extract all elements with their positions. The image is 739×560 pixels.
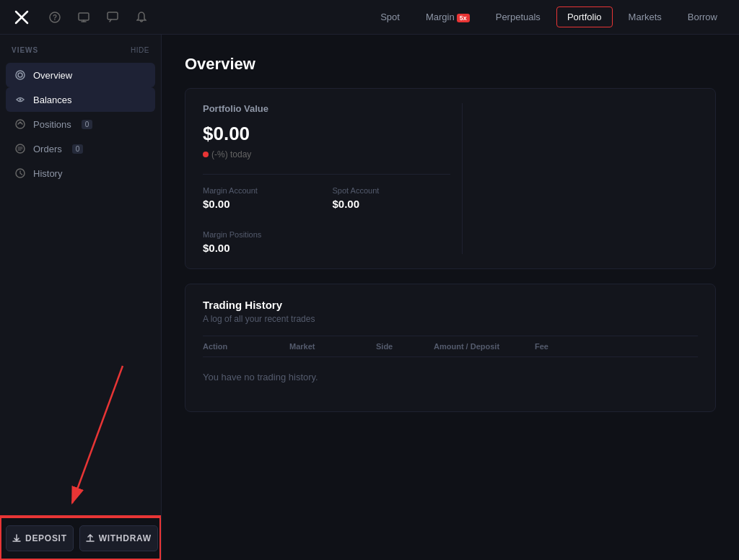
- top-nav: ? Spot Margin5x Perpetu: [0, 0, 739, 35]
- nav-portfolio[interactable]: Portfolio: [556, 6, 613, 27]
- col-market: Market: [289, 342, 376, 351]
- withdraw-button[interactable]: WITHDRAW: [79, 525, 158, 551]
- table-empty-message: You have no trading history.: [203, 357, 698, 397]
- col-amount-deposit: Amount / Deposit: [434, 342, 535, 351]
- sidebar-item-orders[interactable]: Orders 0: [6, 136, 155, 161]
- trading-history-title: Trading History: [203, 299, 698, 311]
- logo[interactable]: [12, 7, 32, 27]
- svg-point-4: [16, 71, 25, 79]
- nav-margin[interactable]: Margin5x: [416, 7, 480, 27]
- col-fee: Fee: [535, 342, 592, 351]
- main-content: Overview Portfolio Value $0.00 (-%) toda…: [162, 35, 739, 560]
- col-extra: [592, 342, 698, 351]
- portfolio-arrow: [731, 35, 732, 35]
- col-side: Side: [376, 342, 434, 351]
- bell-icon[interactable]: [133, 9, 150, 26]
- sidebar-item-balances[interactable]: Balances: [6, 87, 155, 112]
- chat-icon[interactable]: [104, 9, 121, 26]
- change-dot: [203, 152, 209, 157]
- trading-history-subtitle: A log of all your recent trades: [203, 314, 698, 324]
- sidebar-bottom: DEPOSIT WITHDRAW: [0, 515, 161, 560]
- sidebar-item-balances-label: Balances: [33, 95, 71, 105]
- overview-icon: [14, 69, 26, 81]
- sidebar-item-orders-label: Orders: [33, 144, 62, 154]
- portfolio-change: (-%) today: [203, 149, 450, 159]
- balances-icon: [14, 94, 26, 105]
- margin-account-value: $0.00: [203, 198, 321, 210]
- sidebar-item-positions[interactable]: Positions 0: [6, 112, 155, 136]
- positions-icon: [14, 118, 26, 130]
- spot-account-value: $0.00: [333, 198, 451, 210]
- margin-positions-value: $0.00: [203, 242, 321, 254]
- screen-icon[interactable]: [75, 9, 92, 26]
- sidebar-item-history-label: History: [33, 168, 62, 179]
- orders-icon: [14, 143, 26, 154]
- svg-rect-2: [79, 13, 89, 20]
- sidebar-item-positions-label: Positions: [33, 119, 71, 130]
- views-label: VIEWS: [12, 46, 38, 54]
- col-action: Action: [203, 342, 289, 351]
- hide-label[interactable]: HIDE: [131, 46, 149, 54]
- sidebar-item-history[interactable]: History: [6, 161, 155, 185]
- sidebar-header: VIEWS HIDE: [0, 38, 161, 60]
- sidebar-item-overview-label: Overview: [33, 70, 72, 81]
- help-icon[interactable]: ?: [46, 9, 64, 26]
- nav-borrow[interactable]: Borrow: [678, 7, 727, 27]
- nav-links: Spot Margin5x Perpetuals Portfolio Marke…: [370, 6, 727, 27]
- page-title: Overview: [185, 55, 716, 74]
- nav-perpetuals[interactable]: Perpetuals: [486, 7, 551, 27]
- sidebar-item-overview[interactable]: Overview: [6, 63, 155, 87]
- margin-account-label: Margin Account: [203, 186, 321, 195]
- orders-badge: 0: [72, 144, 84, 154]
- nav-spot[interactable]: Spot: [370, 7, 410, 27]
- sidebar: VIEWS HIDE Overview: [0, 35, 162, 560]
- svg-text:?: ?: [53, 14, 57, 22]
- withdraw-label: WITHDRAW: [99, 533, 152, 543]
- svg-rect-3: [108, 12, 118, 19]
- portfolio-card: Portfolio Value $0.00 (-%) today Margin …: [185, 88, 716, 269]
- svg-point-7: [16, 120, 25, 128]
- deposit-icon: [12, 534, 21, 543]
- sidebar-nav: Overview Balances: [0, 60, 161, 515]
- history-icon: [14, 167, 26, 179]
- deposit-button[interactable]: DEPOSIT: [6, 525, 74, 551]
- margin-badge: 5x: [457, 14, 470, 22]
- portfolio-label: Portfolio Value: [203, 103, 450, 114]
- nav-markets[interactable]: Markets: [618, 7, 672, 27]
- portfolio-value: $0.00: [203, 123, 450, 145]
- deposit-label: DEPOSIT: [25, 533, 67, 543]
- svg-point-6: [19, 99, 22, 101]
- nav-icons: ?: [46, 9, 150, 26]
- trading-history-card: Trading History A log of all your recent…: [185, 284, 716, 412]
- table-header: Action Market Side Amount / Deposit Fee: [203, 336, 698, 357]
- margin-positions-label: Margin Positions: [203, 230, 321, 239]
- layout: VIEWS HIDE Overview: [0, 35, 739, 560]
- positions-badge: 0: [82, 120, 93, 129]
- withdraw-icon: [86, 534, 95, 543]
- spot-account-label: Spot Account: [333, 186, 451, 195]
- svg-point-5: [18, 73, 22, 77]
